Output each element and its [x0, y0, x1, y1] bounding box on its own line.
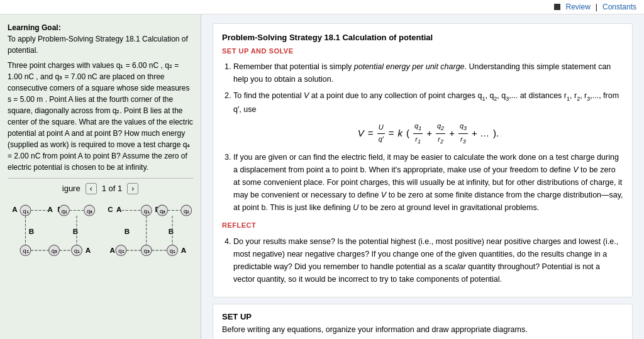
svg-text:A: A: [116, 204, 122, 213]
svg-text:A: A: [109, 246, 115, 254]
diagram-b: C A q₁ D q₃ q₂ B B: [106, 204, 194, 260]
figure-label: igure: [62, 182, 80, 195]
right-panel: Problem-Solving Strategy 18.1 Calculatio…: [201, 14, 644, 339]
problem-title: Problem-Solving Strategy 18.1 Calculatio…: [222, 31, 623, 45]
pagination: 1 of 1: [102, 182, 123, 195]
svg-text:A: A: [47, 204, 53, 213]
step-3: If you are given or can find the electri…: [233, 151, 623, 214]
svg-text:q₂: q₂: [62, 207, 67, 214]
diagram-a-svg: A q₁ A B q₂ q₃ B: [10, 204, 98, 260]
fraction-u-q: U q′: [377, 122, 385, 145]
learning-goal-text: To apply Problem-Solving Strategy 18.1 C…: [8, 35, 188, 55]
svg-text:q₁: q₁: [143, 207, 149, 214]
step-1: Remember that potential is simply potent…: [233, 60, 623, 86]
svg-text:q₂: q₂: [118, 247, 124, 254]
svg-text:A: A: [181, 246, 187, 254]
problem-title-main: Calculation of potential: [342, 33, 433, 42]
figure-nav: igure ‹ 1 of 1 ›: [8, 178, 193, 199]
strategy-steps: Remember that potential is simply potent…: [222, 60, 623, 214]
problem-description: Three point charges with values q₁ = 6.0…: [8, 60, 193, 173]
svg-text:q₃: q₃: [143, 247, 149, 254]
svg-text:q₂: q₂: [23, 247, 28, 254]
fraction-q2-r2: q2 r2: [436, 121, 445, 146]
reflect-label: REFLECT: [222, 220, 623, 231]
problem-title-prefix: Problem-Solving Strategy 18.1: [222, 33, 340, 42]
svg-text:B: B: [125, 226, 130, 235]
reflect-steps: Do your results make sense? Is the poten…: [222, 235, 623, 286]
svg-text:q₂: q₂: [184, 207, 189, 214]
svg-text:q₃: q₃: [87, 207, 92, 214]
svg-text:A: A: [12, 204, 18, 213]
formula-display: V = U q′ = k ( q1 r1 +: [233, 121, 623, 146]
step-2: To find the potential V at a point due t…: [233, 89, 623, 146]
setup-title: SET UP: [222, 312, 623, 321]
review-link[interactable]: Review: [565, 3, 590, 11]
setup-text: Before writing any equations, organize y…: [222, 325, 623, 334]
svg-text:q₃: q₃: [52, 247, 57, 254]
svg-text:C: C: [108, 204, 113, 213]
next-figure-button[interactable]: ›: [127, 183, 138, 194]
review-icon: [554, 4, 560, 10]
fraction-q3-r3: q3 r3: [458, 121, 468, 146]
svg-text:q₃: q₃: [160, 207, 165, 214]
prev-figure-button[interactable]: ‹: [86, 183, 97, 194]
reflect-item: Do your results make sense? Is the poten…: [233, 235, 623, 286]
setup-solve-label: SET UP AND SOLVE: [222, 46, 623, 57]
fraction-q1-r1: q1 r1: [413, 121, 423, 146]
svg-text:q₁: q₁: [170, 247, 175, 254]
diagram-a: A q₁ A B q₂ q₃ B: [10, 204, 98, 260]
svg-text:B: B: [29, 226, 34, 235]
setup-block: SET UP Before writing any equations, org…: [213, 304, 633, 339]
svg-text:B: B: [169, 226, 174, 235]
top-bar: Review | Constants: [0, 0, 644, 14]
svg-text:A: A: [86, 246, 91, 254]
strategy-block: Problem-Solving Strategy 18.1 Calculatio…: [213, 23, 633, 297]
left-panel: Learning Goal: To apply Problem-Solving …: [0, 14, 201, 339]
separator: |: [596, 3, 597, 11]
main-layout: Learning Goal: To apply Problem-Solving …: [0, 14, 644, 339]
svg-text:q₁: q₁: [74, 247, 80, 254]
diagrams-area: A q₁ A B q₂ q₃ B: [8, 199, 193, 265]
svg-text:B: B: [73, 226, 78, 235]
learning-goal-title: Learning Goal:: [8, 23, 61, 32]
svg-text:q₁: q₁: [23, 207, 28, 214]
diagram-b-svg: C A q₁ D q₃ q₂ B B: [106, 204, 194, 260]
constants-link[interactable]: Constants: [602, 3, 636, 11]
